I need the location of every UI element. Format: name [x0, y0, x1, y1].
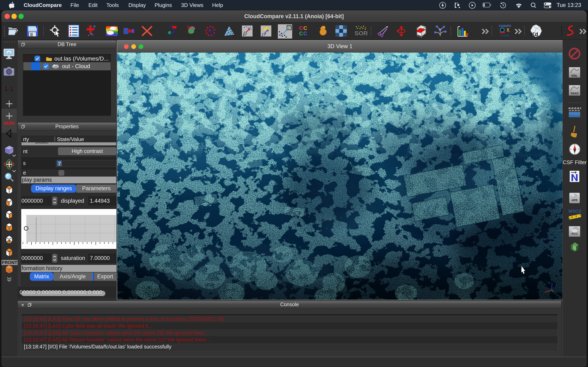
svg-text:SOR: SOR: [355, 30, 368, 36]
svg-text:Kd: Kd: [531, 31, 538, 37]
